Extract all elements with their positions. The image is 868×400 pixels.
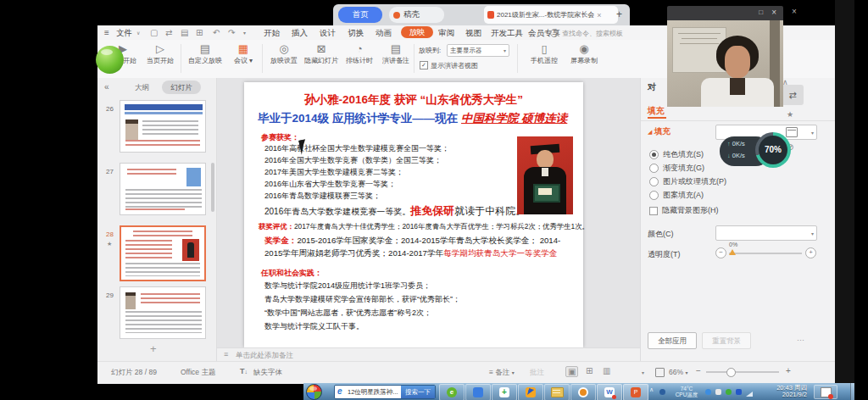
menu-animation[interactable]: 动画: [376, 28, 392, 39]
more-options-icon[interactable]: ···: [797, 336, 804, 344]
menu-insert[interactable]: 插入: [292, 28, 308, 39]
meeting-button[interactable]: ▦ 会议 ▾: [226, 42, 260, 75]
current-slide[interactable]: 孙小雅-2016年度 获评 “山东省优秀大学生” 毕业于2014级 应用统计学专…: [244, 82, 583, 347]
apply-all-button[interactable]: 全部应用: [648, 332, 697, 349]
slide-thumbnail-28-selected[interactable]: [120, 225, 206, 281]
slides-tab-active[interactable]: 幻灯片: [162, 81, 201, 94]
solid-fill-radio[interactable]: 纯色填充(S): [649, 149, 704, 160]
missing-font-label[interactable]: 缺失字体: [253, 368, 282, 378]
close-tab-icon[interactable]: ×: [597, 11, 601, 19]
smart-beautify-icon[interactable]: ★: [787, 110, 793, 119]
taskbar-wps-app[interactable]: W: [597, 384, 622, 400]
menu-file[interactable]: 文件: [116, 28, 132, 39]
menu-review[interactable]: 审阅: [438, 28, 454, 39]
zoom-slider-track[interactable]: [706, 371, 779, 373]
menu-slideshow-active[interactable]: 放映: [401, 26, 433, 38]
tab-second[interactable]: 稿壳: [389, 7, 444, 23]
tab-presentation-file[interactable]: 2021级新生家...-数统学院家长会 ×: [484, 6, 618, 24]
notification-tile[interactable]: [814, 385, 837, 399]
maximize-icon[interactable]: □: [759, 8, 763, 16]
taskbar-video-app[interactable]: [465, 384, 491, 400]
transparency-slider-track[interactable]: [729, 253, 802, 254]
menu-design[interactable]: 设计: [320, 28, 336, 39]
fit-slide-icon[interactable]: [655, 368, 665, 377]
transparency-minus-button[interactable]: −: [715, 247, 726, 258]
menu-transition[interactable]: 切换: [348, 28, 364, 39]
fill-tab[interactable]: 填充: [648, 105, 665, 117]
taskbar-presentation-app-active[interactable]: P: [623, 384, 648, 400]
tray-expand-icon[interactable]: ∧: [649, 386, 654, 393]
taskbar-recorder-app[interactable]: [570, 384, 596, 400]
floating-ball-widget[interactable]: [96, 46, 124, 74]
slide-thumbnail-27[interactable]: [120, 163, 206, 215]
hamburger-icon[interactable]: ≡: [104, 28, 109, 37]
close-icon[interactable]: ×: [771, 8, 776, 17]
tray-bluetooth-icon[interactable]: [736, 389, 742, 395]
view-caret-icon[interactable]: ▾: [642, 369, 644, 375]
search-input[interactable]: 查找命令、搜索模板: [562, 29, 623, 38]
picture-fill-radio[interactable]: 图片或纹理填充(P): [649, 176, 726, 187]
reading-view-icon[interactable]: ▥: [603, 366, 610, 375]
taskbar-explorer[interactable]: [544, 384, 570, 400]
hide-slide-button[interactable]: ⊠ 隐藏幻灯片: [303, 42, 340, 75]
preview-icon[interactable]: ⊞: [196, 29, 203, 37]
tray-qq-icon[interactable]: [705, 389, 711, 395]
notes-bar[interactable]: ≡ 单击此处添加备注: [217, 347, 640, 362]
hide-background-checkbox[interactable]: 隐藏背景图形(H): [649, 205, 719, 216]
show-settings-button[interactable]: ◎ 放映设置: [265, 42, 303, 75]
cpu-temp-widget[interactable]: 74°C CPU温度: [671, 386, 702, 397]
redo-icon[interactable]: ↷: [228, 29, 235, 37]
outer-close-icon[interactable]: ×: [792, 7, 797, 16]
webcam-window[interactable]: □ ×: [667, 6, 783, 107]
transparency-slider-handle[interactable]: [729, 249, 736, 255]
rehearse-timing-button[interactable]: ◔ 排练计时: [341, 42, 378, 75]
transparency-plus-button[interactable]: +: [805, 247, 816, 258]
start-button[interactable]: [306, 384, 322, 400]
tray-clock[interactable]: 20:43 周四 2021/9/2: [758, 385, 807, 398]
notes-toggle-button[interactable]: ≡ 备注 ▾: [489, 368, 515, 378]
taskbar-pointer-app[interactable]: [518, 384, 543, 400]
output-icon[interactable]: ⇄: [165, 29, 172, 37]
object-properties-icon-active[interactable]: ⇄: [782, 85, 804, 105]
comments-button-disabled[interactable]: 批注: [530, 368, 544, 378]
slide-thumbnail-26[interactable]: [120, 100, 206, 153]
zoom-in-button[interactable]: +: [786, 366, 791, 375]
performance-gauge[interactable]: 70%: [755, 132, 791, 168]
search-go-button[interactable]: 搜索一下: [401, 386, 435, 398]
graduate-photo[interactable]: [517, 136, 573, 214]
notes-placeholder[interactable]: 单击此处添加备注: [236, 351, 293, 361]
gradient-fill-radio[interactable]: 渐变填充(G): [649, 163, 704, 174]
color-select[interactable]: ▾: [715, 225, 817, 241]
slide-thumbnail-29[interactable]: [120, 286, 206, 339]
add-slide-button[interactable]: +: [150, 342, 157, 355]
speaker-notes-button[interactable]: ▤ 演讲备注: [377, 42, 415, 75]
tray-flag-icon[interactable]: [715, 389, 721, 395]
save-icon[interactable]: ▢: [150, 29, 158, 37]
show-desktop-button[interactable]: [850, 383, 854, 400]
presenter-view-checkbox[interactable]: ✓: [420, 61, 428, 69]
play-from-current-button[interactable]: ▷ 当页开始: [142, 42, 179, 75]
tab-home[interactable]: 首页: [338, 7, 382, 23]
reset-background-button-disabled[interactable]: 重置背景: [702, 332, 751, 349]
menu-view[interactable]: 视图: [465, 28, 481, 39]
layout-window-icon[interactable]: [786, 127, 798, 137]
custom-show-button[interactable]: ▤ 自定义放映: [185, 42, 225, 75]
outline-tab[interactable]: 大纲: [135, 83, 149, 93]
pattern-fill-radio[interactable]: 图案填充(A): [649, 190, 704, 201]
toolbar-caret-icon[interactable]: ▾: [243, 30, 246, 36]
thumbnail-scrollbar[interactable]: [211, 163, 214, 212]
ribbon-collapse-icon[interactable]: ∧: [782, 78, 788, 86]
fill-section-header[interactable]: ◢ 填充: [648, 126, 670, 137]
display-select[interactable]: 主要显示器▾: [447, 44, 509, 57]
new-tab-button[interactable]: +: [616, 8, 622, 20]
screen-record-button[interactable]: ◉ 屏幕录制: [565, 42, 603, 75]
taskbar-search-box[interactable]: e 12位明星跌落神... 搜索一下: [334, 385, 436, 399]
theme-name[interactable]: Office 主题: [181, 368, 215, 378]
undo-icon[interactable]: ↶: [213, 29, 220, 37]
webcam-titlebar[interactable]: □ ×: [667, 6, 783, 20]
zoom-out-button[interactable]: −: [696, 366, 701, 375]
search-text[interactable]: 12位明星跌落神...: [348, 388, 398, 397]
slide-sorter-icon[interactable]: ⊞: [586, 366, 593, 375]
menu-start[interactable]: 开始: [264, 28, 280, 39]
tray-green-icon[interactable]: [726, 389, 732, 395]
